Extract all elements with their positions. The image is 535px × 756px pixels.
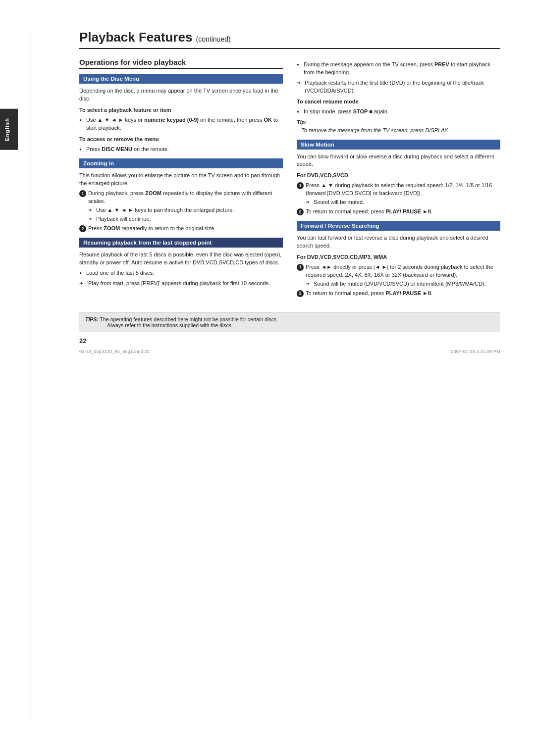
fwd-step2-bold: PLAY/ PAUSE ►II — [385, 290, 431, 296]
tips-text2: Always refer to the instructions supplie… — [85, 322, 233, 328]
resume-heading: Resuming playback from the last stopped … — [79, 238, 283, 248]
resume-arrow1: 'Play from start, press [PREV]' appears … — [79, 280, 283, 288]
select-bold1: numeric keypad (0-9) — [144, 117, 199, 123]
left-column: Operations for video playback Using the … — [79, 58, 283, 300]
access-menu-item: Press DISC MENU on the remote. — [79, 146, 283, 153]
select-text2: on the remote, then press — [199, 117, 264, 123]
tip-label: Tip: – To remove the message from the TV… — [297, 119, 500, 135]
page-title-text: Playback Features — [79, 30, 192, 45]
page-title-continued: (continued) — [196, 35, 231, 43]
fwd-step2-text2: . — [431, 290, 432, 296]
cancel-text2: again. — [373, 108, 389, 114]
disc-menu-intro: Depending on the disc, a menu may appear… — [79, 87, 283, 103]
zoom-step2-bold: ZOOM — [104, 225, 120, 231]
slow-step2: To return to normal speed, press PLAY/ P… — [297, 208, 500, 216]
zoom-arrow1: Use ▲ ▼ ◄ ► keys to pan through the enla… — [88, 206, 283, 214]
slow-step1: Press ▲ ▼ during playback to select the … — [297, 182, 500, 206]
tips-footer: TIPS: The operating features described h… — [79, 312, 500, 332]
fwd-step1-arrow1: Sound will be muted (DVD/VCD/SVCD) or in… — [306, 280, 500, 288]
english-tab: English — [0, 109, 18, 150]
fwd-rev-intro: You can fast forward or fast reverse a d… — [297, 234, 500, 250]
section-title: Operations for video playback — [79, 58, 283, 69]
cancel-resume-heading: To cancel resume mode — [297, 98, 500, 106]
slow-dvd-heading: For DVD,VCD,SVCD — [297, 172, 500, 180]
zoom-step1: During playback, press ZOOM repeatedly t… — [79, 190, 283, 223]
fwd-step2: To return to normal speed, press PLAY/ P… — [297, 290, 500, 298]
resume-bullet1: Load one of the last 5 discs. — [79, 269, 283, 277]
access-text2: on the remote. — [132, 146, 169, 152]
zoom-step1-bold: ZOOM — [145, 190, 161, 196]
slow-step2-bold: PLAY/ PAUSE ►II — [385, 208, 431, 214]
tips-label: TIPS: — [85, 316, 99, 322]
zooming-intro: This function allows you to enlarge the … — [79, 172, 283, 188]
slow-step1-text: Press ▲ ▼ during playback to select the … — [306, 182, 492, 196]
slow-motion-heading: Slow Motion — [297, 140, 500, 150]
page-number: 22 — [79, 337, 500, 345]
select-feature-heading: To select a playback feature or item — [79, 106, 283, 114]
fwd-step1: Press ◄► directly or press |◄ ►| for 2 s… — [297, 263, 500, 288]
footer-left: 01-45_dvp3120_94_eng1.indd 22 — [79, 349, 150, 354]
fwd-step1-text: Press ◄► directly or press |◄ ►| for 2 s… — [306, 264, 493, 278]
fwd-rev-heading: Forward / Reverse Searching — [297, 221, 500, 231]
resume-cont-bold1: PREV — [434, 61, 449, 67]
slow-step2-text1: To return to normal speed, press — [306, 208, 385, 214]
zoom-step2-text2: repeatedly to return to the original siz… — [120, 225, 215, 231]
access-text1: Press — [86, 146, 102, 152]
tip-text: – To remove the message from the TV scre… — [297, 127, 449, 133]
resume-cont-arrow1: Playback restarts from the first title (… — [297, 79, 500, 95]
select-bold2: OK — [264, 117, 272, 123]
page-container: English Playback Features (continued) Op… — [0, 0, 535, 756]
left-border-line — [31, 25, 31, 726]
disc-menu-heading: Using the Disc Menu — [79, 74, 283, 84]
resume-cont-text1: During the message appears on the TV scr… — [304, 61, 434, 67]
zooming-heading: Zooming in — [79, 158, 283, 168]
footer-right: 2007-01-29 4:41:09 PM — [451, 349, 500, 354]
select-feature-item: Use ▲ ▼ ◄ ► keys or numeric keypad (0-9)… — [79, 116, 283, 132]
zoom-step2: Press ZOOM repeatedly to return to the o… — [79, 225, 283, 233]
access-menu-heading: To access or remove the menu — [79, 136, 283, 144]
select-text1: Use ▲ ▼ ◄ ► keys or — [86, 117, 144, 123]
cancel-text1: In stop mode, press — [304, 108, 353, 114]
fwd-step2-text1: To return to normal speed, press — [306, 290, 385, 296]
zoom-arrow2: Playback will continue. — [88, 215, 283, 223]
cancel-resume-item: In stop mode, press STOP ■ again. — [297, 108, 500, 116]
resume-intro: Resume playback of the last 5 discs is p… — [79, 251, 283, 267]
slow-step1-arrow1: Sound will be muted. — [306, 199, 500, 206]
fwd-dvd-heading: For DVD,VCD,SVCD,CD,MP3, WMA — [297, 253, 500, 261]
cancel-bold: STOP ■ — [353, 108, 373, 114]
right-border-line — [510, 25, 510, 726]
resume-cont-bullet1: During the message appears on the TV scr… — [297, 61, 500, 77]
tip-label-text: Tip: — [297, 119, 307, 125]
zoom-step1-text1: During playback, press — [88, 190, 145, 196]
slow-motion-intro: You can slow forward or slow reverse a d… — [297, 153, 500, 169]
page-title: Playback Features (continued) — [79, 30, 500, 49]
two-column-layout: Operations for video playback Using the … — [79, 58, 500, 300]
tips-text1: The operating features described here mi… — [100, 316, 278, 322]
right-column: During the message appears on the TV scr… — [297, 58, 500, 300]
slow-step2-text2: . — [431, 208, 432, 214]
access-bold1: DISC MENU — [102, 146, 132, 152]
footer-info: 01-45_dvp3120_94_eng1.indd 22 2007-01-29… — [79, 349, 500, 354]
zoom-step2-text1: Press — [88, 225, 104, 231]
